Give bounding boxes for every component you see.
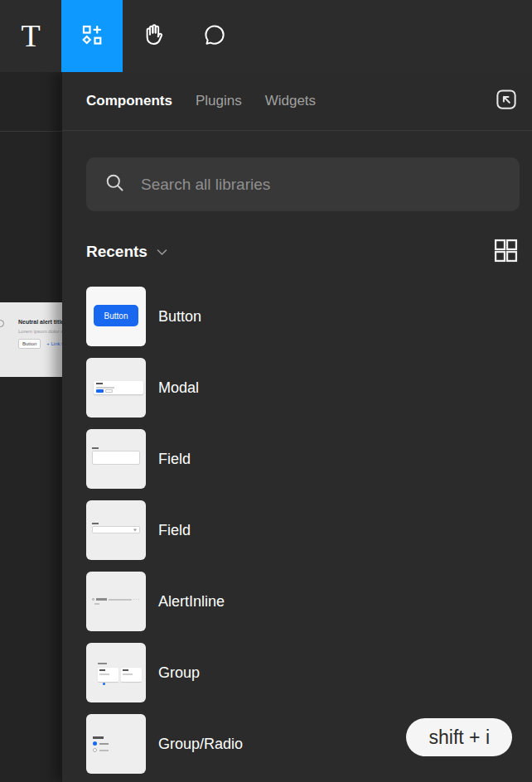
group-radio-thumbnail [86,714,146,774]
hand-tool-button[interactable] [123,0,184,72]
list-item-label: AlertInline [158,593,225,611]
list-item-label: Modal [158,379,199,397]
canvas-divider [0,131,62,132]
list-item-label: Button [158,308,201,326]
list-item-group[interactable]: Group [86,643,532,702]
open-arrow-icon [494,87,519,115]
list-item-label: Field [158,522,191,539]
figma-window: T [0,0,532,782]
list-item-field[interactable]: Field [86,429,532,489]
alert-actions: Button + Link text [18,339,62,349]
modal-thumbnail [86,358,146,418]
group-thumbnail [86,643,146,702]
tab-widgets[interactable]: Widgets [265,93,316,109]
list-item-label: Group/Radio [158,736,243,753]
recents-section-row: Recents [86,239,518,264]
alert-body-text: Lorem ipsum dolor amet conse [18,329,62,334]
search-bar[interactable] [86,157,520,211]
panel-header: Components Plugins Widgets [62,72,532,131]
panel-tabs: Components Plugins Widgets [86,93,316,109]
alert-title: Neutral alert title [18,319,62,325]
alertinline-thumbnail [86,572,146,631]
recents-title[interactable]: Recents [86,243,148,261]
component-tool-icon [80,22,104,51]
mini-modal [94,381,143,394]
alert-info-icon [0,320,4,327]
canvas-alert-preview: Neutral alert title Lorem ipsum dolor am… [0,302,62,377]
list-item-label: Group [158,664,200,682]
text-tool-button[interactable]: T [0,0,61,72]
field-select-thumbnail [86,500,146,560]
comment-tool-button[interactable] [184,0,245,72]
list-item-field-select[interactable]: Field [86,500,532,560]
canvas-area[interactable]: Neutral alert title Lorem ipsum dolor am… [0,72,62,782]
list-item-label: Field [158,451,191,468]
button-thumbnail: Button [86,287,146,346]
comment-bubble-icon [202,22,227,51]
component-tool-button[interactable] [61,0,123,72]
list-item-button[interactable]: Button Button [86,287,532,346]
tab-plugins[interactable]: Plugins [196,93,242,109]
grid-view-button[interactable] [493,239,518,264]
list-item-alertinline[interactable]: AlertInline [86,572,532,631]
mini-button: Button [94,305,138,326]
hand-tool-icon [141,22,166,51]
resources-panel: Components Plugins Widgets [62,72,532,782]
shortcut-hint-pill: shift + i [406,718,512,756]
search-input[interactable] [141,176,520,194]
search-icon [104,171,126,197]
text-tool-icon: T [21,20,40,53]
chevron-down-icon[interactable] [157,249,167,256]
toolbar: T [0,0,532,72]
open-arrow-button[interactable] [492,87,520,115]
alert-link: + Link text [46,341,62,346]
list-item-modal[interactable]: Modal [86,358,532,418]
grid-view-icon [494,239,518,266]
field-thumbnail [86,429,146,489]
tab-components[interactable]: Components [86,93,172,109]
alert-button: Button [18,339,41,349]
components-list: Button Button Modal Field [62,287,532,774]
